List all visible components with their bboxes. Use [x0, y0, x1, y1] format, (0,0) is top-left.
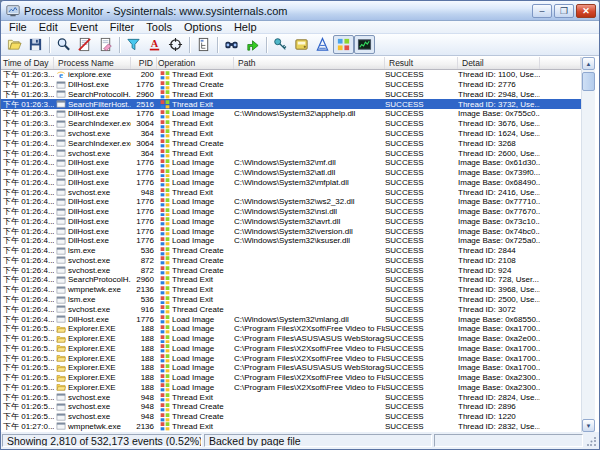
toolbar-capture-button[interactable]	[53, 35, 74, 54]
table-row[interactable]: 下午 01:26:4...SearchProtocolH...2960Threa…	[1, 275, 581, 285]
detail-cell-text: Image Base: 0xa1700...	[458, 344, 540, 353]
table-row[interactable]: 下午 01:26:3...SearchIndexer.exe3064Thread…	[1, 119, 581, 129]
toolbar-include-process-from-window-button[interactable]	[165, 35, 186, 54]
path-cell	[234, 90, 385, 100]
status-showing: Showing 2,810 of 532,173 events (0.52%)	[2, 434, 202, 447]
process-name-text: DllHost.exe	[68, 217, 109, 226]
menu-item-event[interactable]: Event	[64, 21, 104, 33]
operation-category-icon	[160, 99, 170, 109]
table-row[interactable]: 下午 01:26:4...DllHost.exe1776Load ImageC:…	[1, 207, 581, 217]
table-row[interactable]: 下午 01:26:5...svchost.exe948Thread ExitSU…	[1, 392, 581, 402]
pid-cell-text: 948	[141, 188, 154, 197]
menu-item-options[interactable]: Options	[178, 21, 228, 33]
detail-cell: Thread ID: 3676, Use...	[458, 119, 540, 129]
scroll-up-button[interactable]: ▲	[582, 57, 595, 70]
resize-grip[interactable]	[585, 434, 597, 447]
restore-button[interactable]: ❐	[554, 4, 574, 18]
table-row[interactable]: 下午 01:26:5...Explorer.EXE188Load ImageC:…	[1, 363, 581, 373]
table-row[interactable]: 下午 01:26:4...svchost.exe916Thread Create…	[1, 304, 581, 314]
column-header-result[interactable]: Result	[385, 57, 458, 69]
table-row[interactable]: 下午 01:26:5...Explorer.EXE188Load ImageC:…	[1, 334, 581, 344]
table-row[interactable]: 下午 01:26:5...Explorer.EXE188Load ImageC:…	[1, 324, 581, 334]
operation-text: Thread Exit	[172, 275, 213, 284]
table-row[interactable]: 下午 01:26:4...DllHost.exe1776Load ImageC:…	[1, 236, 581, 246]
table-row[interactable]: 下午 01:26:5...Explorer.EXE188Load ImageC:…	[1, 383, 581, 393]
toolbar-process-tree-button[interactable]	[193, 35, 214, 54]
toolbar-autoscroll-button[interactable]	[74, 35, 95, 54]
column-header-process-name[interactable]: Process Name	[54, 57, 131, 69]
operation-cell: Thread Exit	[157, 129, 234, 139]
table-row[interactable]: 下午 01:26:3...DllHost.exe1776Thread Creat…	[1, 80, 581, 90]
table-row[interactable]: 下午 01:26:5...Explorer.EXE188Load ImageC:…	[1, 343, 581, 353]
path-cell: C:\Windows\System32\mf.dll	[234, 158, 385, 168]
table-row[interactable]: 下午 01:26:4...wmpnetwk.exe2136Thread Exit…	[1, 285, 581, 295]
pid-cell-text: 1776	[136, 315, 154, 324]
column-header-pid[interactable]: PID	[131, 57, 157, 69]
column-header-path[interactable]: Path	[234, 57, 385, 69]
toolbar-find-button[interactable]	[221, 35, 242, 54]
table-row[interactable]: 下午 01:26:3...SearchProtocolH...2960Threa…	[1, 90, 581, 100]
generic-app-icon	[56, 90, 66, 100]
table-row[interactable]: 下午 01:27:0...wmpnetwk.exe2136Thread Exit…	[1, 422, 581, 432]
menu-item-help[interactable]: Help	[228, 21, 263, 33]
toolbar-filter-button[interactable]	[123, 35, 144, 54]
column-header-filler[interactable]	[540, 57, 581, 69]
toolbar-show-profiling-button[interactable]	[354, 35, 375, 54]
toolbar-show-process-thread-button[interactable]	[333, 35, 354, 54]
vertical-scrollbar[interactable]: ▲ ▼	[581, 57, 595, 432]
table-row[interactable]: 下午 01:26:4...DllHost.exe1776Load ImageC:…	[1, 216, 581, 226]
table-row[interactable]: 下午 01:26:4...lsm.exe536Thread ExitSUCCES…	[1, 295, 581, 305]
column-header-detail[interactable]: Detail	[458, 57, 540, 69]
detail-cell: Image Base: 0xa1700...	[458, 353, 540, 363]
table-row[interactable]: 下午 01:26:4...SearchIndexer.exe3064Thread…	[1, 138, 581, 148]
path-cell: C:\Windows\System32\ksuser.dll	[234, 236, 385, 246]
table-row[interactable]: 下午 01:26:3...eiexplore.exe200Thread Exit…	[1, 70, 581, 80]
table-row[interactable]: 下午 01:26:4...svchost.exe948Thread ExitSU…	[1, 187, 581, 197]
menu-item-tools[interactable]: Tools	[140, 21, 178, 33]
table-row[interactable]: 下午 01:26:4...DllHost.exe1776Load ImageC:…	[1, 158, 581, 168]
table-row[interactable]: 下午 01:26:5...Explorer.EXE188Load ImageC:…	[1, 353, 581, 363]
toolbar-show-network-button[interactable]	[312, 35, 333, 54]
table-row[interactable]: 下午 01:26:4...DllHost.exe1776Load ImageC:…	[1, 226, 581, 236]
menu-item-file[interactable]: File	[3, 21, 33, 33]
pid-cell: 1776	[131, 177, 157, 187]
scroll-down-button[interactable]: ▼	[582, 419, 595, 432]
close-button[interactable]: ✕	[576, 4, 596, 18]
minimize-button[interactable]: –	[532, 4, 552, 18]
table-row[interactable]: 下午 01:26:5...svchost.exe948Thread Create…	[1, 412, 581, 422]
toolbar-jump-to-button[interactable]	[242, 35, 263, 54]
table-row[interactable]: 下午 01:26:3...DllHost.exe1776Load ImageC:…	[1, 109, 581, 119]
toolbar-open-button[interactable]	[4, 35, 25, 54]
pid-cell-text: 188	[141, 324, 154, 333]
pid-cell-text: 1776	[136, 207, 154, 216]
table-row[interactable]: 下午 01:26:4...svchost.exe872Thread Create…	[1, 265, 581, 275]
table-row[interactable]: 下午 01:26:4...DllHost.exe1776Load ImageC:…	[1, 197, 581, 207]
table-row[interactable]: 下午 01:26:5...Explorer.EXE188Load ImageC:…	[1, 373, 581, 383]
table-row[interactable]: 下午 01:26:4...DllHost.exe1776Load ImageC:…	[1, 177, 581, 187]
toolbar-highlight-button[interactable]: A	[144, 35, 165, 54]
menu-item-edit[interactable]: Edit	[33, 21, 64, 33]
table-row[interactable]: 下午 01:26:3...svchost.exe364Thread ExitSU…	[1, 129, 581, 139]
scrollbar-track[interactable]	[582, 70, 595, 419]
menu-item-filter[interactable]: Filter	[104, 21, 140, 33]
toolbar-show-registry-button[interactable]	[270, 35, 291, 54]
table-row[interactable]: 下午 01:26:4...svchost.exe872Thread Create…	[1, 256, 581, 266]
table-row[interactable]: 下午 01:26:4...lsm.exe536Thread CreateSUCC…	[1, 246, 581, 256]
titlebar[interactable]: Process Monitor - Sysinternals: www.sysi…	[1, 1, 599, 21]
process-name-text: DllHost.exe	[68, 207, 109, 216]
column-header-time-of-day[interactable]: Time of Day	[1, 57, 54, 69]
toolbar-show-file-system-button[interactable]	[291, 35, 312, 54]
table-row[interactable]: 下午 01:26:4...DllHost.exe1776Load ImageC:…	[1, 314, 581, 324]
table-row[interactable]: 下午 01:26:3...SearchFilterHost...2516Thre…	[1, 99, 581, 109]
result-cell-text: SUCCESS	[385, 90, 424, 99]
table-row[interactable]: 下午 01:26:5...svchost.exe948Thread Create…	[1, 402, 581, 412]
table-row[interactable]: 下午 01:26:4...svchost.exe364Thread ExitSU…	[1, 148, 581, 158]
column-header-operation[interactable]: Operation	[157, 57, 234, 69]
statusbar: Showing 2,810 of 532,173 events (0.52%) …	[1, 432, 599, 449]
result-cell: SUCCESS	[385, 236, 458, 246]
toolbar-save-button[interactable]	[25, 35, 46, 54]
table-row[interactable]: 下午 01:26:4...DllHost.exe1776Load ImageC:…	[1, 168, 581, 178]
time-cell-text: 下午 01:26:5...	[3, 373, 54, 383]
toolbar-clear-button[interactable]	[95, 35, 116, 54]
scrollbar-thumb[interactable]	[582, 72, 595, 91]
